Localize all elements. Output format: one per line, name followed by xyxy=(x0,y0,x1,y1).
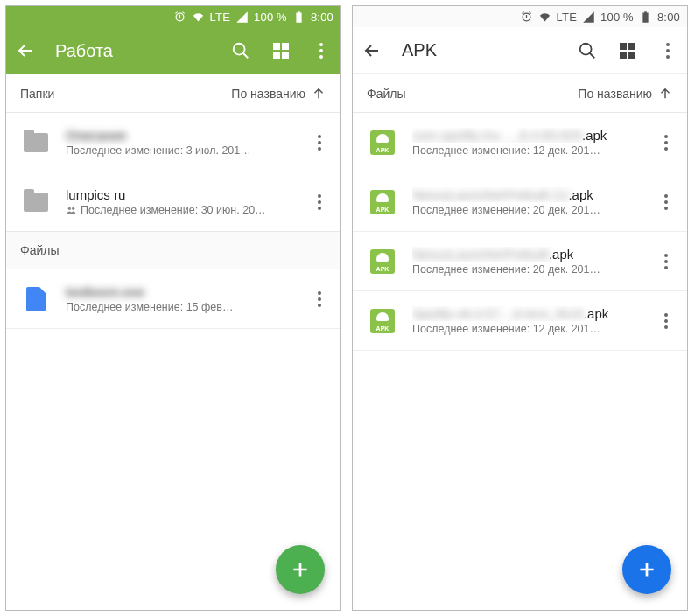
battery-pct: 100 % xyxy=(254,10,287,24)
item-subtitle: Последнее изменение: 12 дек. 201… xyxy=(412,323,636,335)
item-subtitle: Последнее изменение: 20 дек. 201… xyxy=(412,263,636,276)
item-more-button[interactable] xyxy=(650,246,682,277)
item-subtitle: Последнее изменение: 30 июн. 20… xyxy=(66,204,290,216)
wifi-icon xyxy=(538,10,551,24)
item-more-button[interactable] xyxy=(650,305,682,337)
section-label: Файлы xyxy=(367,87,578,101)
apk-icon: APK xyxy=(367,190,398,214)
file-row[interactable]: APK NexusLauncherPrebuilt (1).apk Послед… xyxy=(353,172,687,232)
overflow-button[interactable] xyxy=(311,40,332,61)
status-bar: LTE 100 % 8:00 xyxy=(353,6,687,27)
signal-icon xyxy=(582,10,595,24)
signal-icon xyxy=(235,10,249,24)
plus-icon xyxy=(635,558,658,581)
item-more-button[interactable] xyxy=(650,186,682,218)
back-button[interactable] xyxy=(15,40,36,61)
item-name: Spotify-v8.4.57…d-Arm_RUS.apk xyxy=(412,306,636,321)
network-label: LTE xyxy=(557,10,577,24)
clock: 8:00 xyxy=(311,10,333,24)
grid-view-button[interactable] xyxy=(617,40,638,61)
sort-label: По названию xyxy=(578,87,652,101)
network-label: LTE xyxy=(210,10,230,24)
alarm-icon xyxy=(520,10,533,24)
fab-add[interactable] xyxy=(622,545,671,594)
item-more-button[interactable] xyxy=(650,127,682,158)
battery-pct: 100 % xyxy=(600,10,634,24)
overflow-button[interactable] xyxy=(657,40,678,61)
apk-icon: APK xyxy=(367,130,398,155)
item-name: com.spotify.mu…_8.4.83.625.apk xyxy=(412,128,636,143)
item-subtitle: Последнее изменение: 12 дек. 201… xyxy=(412,144,636,157)
svg-point-1 xyxy=(68,206,71,209)
item-subtitle: Последнее изменение: 20 дек. 201… xyxy=(412,204,636,216)
grid-view-button[interactable] xyxy=(270,40,291,61)
app-bar: Работа xyxy=(6,27,340,74)
arrow-up-icon xyxy=(657,86,673,102)
svg-point-0 xyxy=(234,44,245,55)
item-name: textboom.exe xyxy=(66,284,290,299)
svg-point-2 xyxy=(72,206,74,209)
plus-icon xyxy=(289,558,312,581)
section-label: Папки xyxy=(20,87,231,101)
apk-icon: APK xyxy=(367,309,398,333)
file-row[interactable]: textboom.exe Последнее изменение: 15 фев… xyxy=(6,270,340,329)
section-label: Файлы xyxy=(20,243,326,257)
search-button[interactable] xyxy=(230,40,251,61)
folder-row[interactable]: Описания Последнее изменение: 3 июл. 201… xyxy=(6,113,340,172)
item-subtitle: Последнее изменение: 3 июл. 201… xyxy=(66,144,290,157)
apk-icon: APK xyxy=(367,249,398,274)
file-row[interactable]: APK Spotify-v8.4.57…d-Arm_RUS.apk Послед… xyxy=(353,291,687,351)
sort-label: По названию xyxy=(231,87,305,101)
wifi-icon xyxy=(192,10,205,24)
item-name: Описания xyxy=(66,128,290,143)
search-button[interactable] xyxy=(577,40,598,61)
alarm-icon xyxy=(173,10,186,24)
item-more-button[interactable] xyxy=(304,284,335,315)
clock: 8:00 xyxy=(657,10,680,24)
arrow-up-icon xyxy=(311,86,326,102)
file-icon xyxy=(20,287,52,312)
item-name: NexusLauncherPrebuilt.apk xyxy=(412,247,636,262)
file-row[interactable]: APK NexusLauncherPrebuilt.apk Последнее … xyxy=(353,232,687,291)
back-button[interactable] xyxy=(362,40,383,61)
item-more-button[interactable] xyxy=(304,186,335,218)
folder-icon xyxy=(20,192,52,212)
content-list: Описания Последнее изменение: 3 июл. 201… xyxy=(6,113,340,610)
file-row[interactable]: APK com.spotify.mu…_8.4.83.625.apk После… xyxy=(353,113,687,172)
battery-icon xyxy=(639,10,652,24)
item-name: lumpics ru xyxy=(66,187,290,202)
app-bar: APK xyxy=(353,27,687,74)
section-header-files: Файлы По названию xyxy=(353,74,687,113)
sort-button[interactable]: По названию xyxy=(578,86,673,102)
item-subtitle: Последнее изменение: 15 фев… xyxy=(66,301,290,313)
folder-row[interactable]: lumpics ru Последнее изменение: 30 июн. … xyxy=(6,172,340,232)
shared-icon xyxy=(66,205,77,216)
phone-right: LTE 100 % 8:00 APK Файлы По названию xyxy=(352,5,688,611)
sort-button[interactable]: По названию xyxy=(231,86,326,102)
page-title: APK xyxy=(402,40,558,60)
section-header-folders: Папки По названию xyxy=(6,74,340,113)
item-name: NexusLauncherPrebuilt (1).apk xyxy=(412,187,636,202)
phone-left: LTE 100 % 8:00 Работа Папки По названию xyxy=(5,5,341,611)
battery-icon xyxy=(292,10,305,24)
page-title: Работа xyxy=(55,41,211,61)
svg-point-3 xyxy=(580,43,592,54)
fab-add[interactable] xyxy=(276,545,325,594)
section-header-files: Файлы xyxy=(6,231,340,270)
folder-icon xyxy=(20,133,52,152)
item-more-button[interactable] xyxy=(304,127,335,158)
content-list: APK com.spotify.mu…_8.4.83.625.apk После… xyxy=(353,113,687,610)
status-bar: LTE 100 % 8:00 xyxy=(6,6,340,27)
